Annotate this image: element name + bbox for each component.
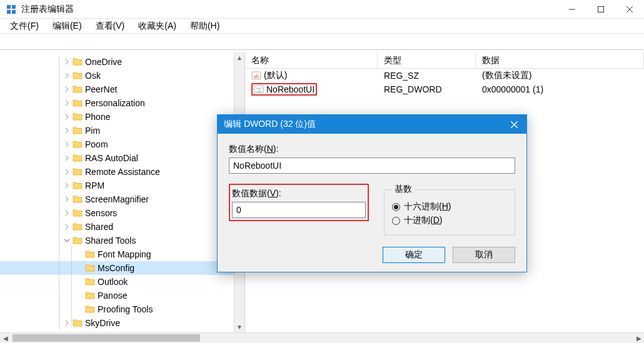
list-horizontal-scrollbar[interactable]: ◀ ▶	[245, 332, 644, 343]
menu-favorites[interactable]: 收藏夹(A)	[132, 19, 183, 33]
chevron-right-icon[interactable]	[75, 305, 84, 314]
folder-icon	[85, 304, 95, 314]
tree-item[interactable]: Outlook	[0, 275, 244, 289]
tree-item-label: Pim	[85, 126, 100, 136]
tree-item[interactable]: ScreenMagnifier	[0, 192, 244, 206]
tree-item[interactable]: Shared	[0, 220, 244, 234]
tree-item[interactable]: RPM	[0, 179, 244, 192]
tree-item[interactable]: Shared Tools	[0, 234, 244, 247]
chevron-right-icon[interactable]	[63, 99, 71, 107]
tree-connector-child	[71, 246, 72, 327]
menu-edit[interactable]: 编辑(E)	[46, 19, 88, 33]
tree-item[interactable]: Pim	[0, 124, 244, 137]
tree-item[interactable]: Sensors	[0, 206, 244, 220]
svg-rect-5	[598, 6, 604, 12]
tree-item[interactable]: OneDrive	[0, 55, 244, 69]
folder-icon	[73, 126, 83, 136]
menu-help[interactable]: 帮助(H)	[184, 19, 226, 33]
folder-icon	[73, 194, 83, 204]
menu-file[interactable]: 文件(F)	[4, 19, 45, 33]
tree-item[interactable]: Font Mapping	[0, 247, 244, 261]
tree-item-label: RPM	[85, 181, 104, 191]
dialog-close-button[interactable]	[501, 115, 526, 134]
folder-icon	[73, 236, 83, 246]
scroll-right-icon[interactable]: ▶	[633, 333, 644, 343]
column-name[interactable]: 名称	[245, 52, 378, 68]
tree-item[interactable]: MsConfig	[0, 261, 244, 275]
list-header: 名称 类型 数据	[245, 52, 644, 69]
value-name-field[interactable]	[229, 157, 515, 174]
radio-dec[interactable]: 十进制(D)	[392, 215, 507, 226]
chevron-right-icon[interactable]	[63, 140, 71, 149]
minimize-button[interactable]	[558, 0, 586, 19]
chevron-down-icon[interactable]	[63, 236, 71, 245]
chevron-right-icon[interactable]	[63, 85, 71, 94]
tree-item-label: Osk	[85, 71, 101, 81]
chevron-right-icon[interactable]	[63, 167, 71, 176]
chevron-right-icon[interactable]	[63, 195, 71, 204]
dialog-titlebar[interactable]: 编辑 DWORD (32 位)值	[218, 115, 526, 134]
chevron-right-icon[interactable]	[63, 319, 71, 327]
tree-item[interactable]: PeerNet	[0, 82, 244, 96]
tree-pane: OneDriveOskPeerNetPersonalizationPhonePi…	[0, 52, 245, 343]
chevron-right-icon[interactable]	[63, 222, 71, 231]
menu-view[interactable]: 查看(V)	[89, 19, 131, 33]
chevron-right-icon[interactable]	[75, 277, 84, 286]
tree-connector	[59, 56, 59, 330]
svg-rect-1	[12, 5, 16, 9]
radio-hex[interactable]: 十六进制(H)	[392, 201, 507, 212]
dialog-title: 编辑 DWORD (32 位)值	[224, 119, 501, 130]
string-value-icon: ab	[251, 71, 261, 81]
value-data: (数值未设置)	[476, 70, 644, 81]
tree-item-label: MsConfig	[98, 263, 134, 273]
chevron-right-icon[interactable]	[63, 154, 71, 162]
folder-icon	[73, 84, 83, 94]
list-row[interactable]: ab(默认)REG_SZ(数值未设置)	[245, 69, 644, 82]
svg-text:110: 110	[256, 90, 261, 93]
scroll-down-icon[interactable]: ▼	[234, 322, 244, 332]
tree-item[interactable]: SkyDrive	[0, 316, 244, 330]
titlebar: 注册表编辑器	[0, 0, 644, 19]
tree-item[interactable]: RAS AutoDial	[0, 151, 244, 165]
tree-item[interactable]: Osk	[0, 69, 244, 82]
folder-icon	[73, 57, 83, 67]
chevron-right-icon[interactable]	[63, 126, 71, 135]
folder-icon	[85, 249, 95, 259]
value-data-highlight: 数值数据(V):	[229, 184, 369, 221]
ok-button[interactable]: 确定	[383, 247, 445, 263]
scroll-up-icon[interactable]: ▲	[234, 52, 244, 63]
tree-item-label: RAS AutoDial	[85, 153, 138, 163]
menubar: 文件(F) 编辑(E) 查看(V) 收藏夹(A) 帮助(H)	[0, 19, 644, 34]
tree-item[interactable]: Remote Assistance	[0, 165, 244, 179]
column-type[interactable]: 类型	[378, 52, 476, 68]
value-data-field[interactable]	[232, 202, 366, 218]
tree-item[interactable]: Personalization	[0, 96, 244, 110]
svg-rect-0	[7, 5, 11, 9]
folder-icon	[85, 291, 95, 301]
chevron-right-icon[interactable]	[75, 264, 84, 272]
column-data[interactable]: 数据	[476, 52, 644, 68]
tree-item-label: OneDrive	[85, 57, 122, 67]
tree-item-label: Panose	[98, 291, 127, 301]
tree-item-label: Remote Assistance	[85, 167, 160, 177]
list-row[interactable]: 011110NoRebootUIREG_DWORD0x00000001 (1)	[245, 82, 644, 96]
chevron-right-icon[interactable]	[63, 209, 71, 217]
cancel-button[interactable]: 取消	[453, 247, 515, 263]
tree-item-label: Shared Tools	[85, 236, 136, 246]
tree-item[interactable]: Proofing Tools	[0, 302, 244, 316]
folder-icon	[73, 222, 83, 232]
close-button[interactable]	[615, 0, 644, 19]
tree-item-label: ScreenMagnifier	[85, 194, 149, 204]
chevron-right-icon[interactable]	[75, 291, 84, 300]
tree-item-label: Personalization	[85, 98, 145, 108]
chevron-right-icon[interactable]	[63, 71, 71, 80]
chevron-right-icon[interactable]	[63, 57, 71, 66]
tree-item[interactable]: Panose	[0, 289, 244, 302]
base-fieldset: 基数 十六进制(H) 十进制(D)	[384, 184, 515, 236]
maximize-button[interactable]	[586, 0, 615, 19]
tree-item[interactable]: Poom	[0, 137, 244, 151]
tree-item[interactable]: Phone	[0, 110, 244, 124]
chevron-right-icon[interactable]	[63, 181, 71, 190]
chevron-right-icon[interactable]	[63, 112, 71, 121]
chevron-right-icon[interactable]	[75, 250, 84, 259]
